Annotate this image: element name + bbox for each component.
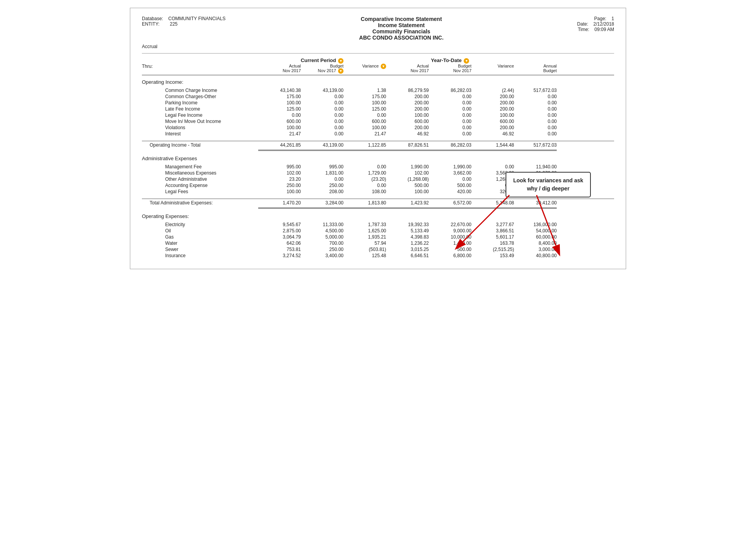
row-label: Electricity xyxy=(142,222,258,227)
budget-cp-value: 5,000.00 xyxy=(301,234,343,240)
actual-cp-value: 175.00 xyxy=(258,94,301,99)
row-label: Miscellaneous Expenses xyxy=(142,170,258,176)
budget-ytd-value: 0.00 xyxy=(429,119,471,124)
entity-value: 225 xyxy=(170,21,178,27)
annual-budget-value: 54,000.00 xyxy=(514,228,557,234)
database-line: Database: COMMUNITY FINANCIALS xyxy=(142,16,226,21)
variance-cp-value: 125.00 xyxy=(343,106,386,112)
variance-ytd-header: Variance xyxy=(471,64,514,74)
operating-expense-rows: Electricity 9,545.67 11,333.00 1,787.33 … xyxy=(142,221,614,261)
actual-ytd-value: 3,015.25 xyxy=(386,247,429,252)
budget-cp-value: 43,139.00 xyxy=(301,88,343,93)
header-divider xyxy=(142,53,614,54)
budget-ytd-value: 500.00 xyxy=(429,183,471,188)
budget-cp-value: 1,831.00 xyxy=(301,170,343,176)
actual-ytd-value: 6,646.51 xyxy=(386,253,429,258)
sort-icon-ytd[interactable]: ▼ xyxy=(464,58,469,64)
time-value: 09:09 AM xyxy=(594,27,614,32)
accrual-label: Accrual xyxy=(142,44,614,49)
actual-ytd-value: (1,268.08) xyxy=(386,176,429,182)
table-row: Late Fee Income 125.00 0.00 125.00 200.0… xyxy=(142,106,614,112)
col-sub-headers: Thru: Actual Nov 2017 Budget Nov 2017 ▼ … xyxy=(142,64,614,75)
actual-ytd-value: 500.00 xyxy=(386,183,429,188)
actual-cp-value: 21.47 xyxy=(258,131,301,137)
row-label: Legal Fee Income xyxy=(142,112,258,118)
sort-icon-variance-cp[interactable]: ▼ xyxy=(381,64,386,69)
table-row: Interest 21.47 0.00 21.47 46.92 0.00 46.… xyxy=(142,131,614,137)
actual-ytd-value: 1,236.22 xyxy=(386,240,429,246)
annual-budget-value: 0.00 xyxy=(514,94,557,99)
admin-total-actual-cp: 1,470.20 xyxy=(258,200,301,206)
annotation-callout: Look for variances and ask why / dig dee… xyxy=(506,172,591,197)
row-label: Management Fee xyxy=(142,164,258,170)
variance-ytd-value: 153.49 xyxy=(471,253,514,258)
oi-total-budget-ytd: 86,282.03 xyxy=(429,142,471,148)
budget-ytd-value: 0.00 xyxy=(429,100,471,106)
variance-cp-value: 600.00 xyxy=(343,119,386,124)
row-label: Insurance xyxy=(142,253,258,258)
sort-icon-budget-cp[interactable]: ▼ xyxy=(338,68,343,74)
thru-cell: Thru: xyxy=(142,64,258,74)
actual-ytd-value: 46.92 xyxy=(386,131,429,137)
annual-budget-value: 11,940.00 xyxy=(514,164,557,170)
variance-ytd-value: 200.00 xyxy=(471,125,514,130)
budget-ytd-value: 22,670.00 xyxy=(429,222,471,227)
admin-total-actual-ytd: 1,423.92 xyxy=(386,200,429,206)
actual-ytd-value: 102.00 xyxy=(386,170,429,176)
header-center: Comparative Income Statement Income Stat… xyxy=(359,16,444,41)
actual-cp-value: 100.00 xyxy=(258,125,301,130)
admin-total-variance-ytd: 5,148.08 xyxy=(471,200,514,206)
variance-ytd-value: 3,277.67 xyxy=(471,222,514,227)
page-line: Page: 1 xyxy=(577,16,614,21)
admin-expenses-section-label: Administrative Expenses xyxy=(142,156,614,161)
variance-ytd-value: 0.00 xyxy=(471,164,514,170)
actual-ytd-value: 200.00 xyxy=(386,100,429,106)
row-label: Parking Income xyxy=(142,100,258,106)
table-row: Electricity 9,545.67 11,333.00 1,787.33 … xyxy=(142,221,614,228)
row-label: Interest xyxy=(142,131,258,137)
budget-cp-value: 0.00 xyxy=(301,100,343,106)
budget-cp-value: 3,400.00 xyxy=(301,253,343,258)
annual-budget-value: 40,800.00 xyxy=(514,253,557,258)
date-line: Date: 2/12/2018 xyxy=(577,21,614,27)
report-page: Database: COMMUNITY FINANCIALS ENTITY: 2… xyxy=(130,8,626,269)
variance-ytd-value: 100.00 xyxy=(471,112,514,118)
actual-cp-value: 3,274.52 xyxy=(258,253,301,258)
actual-ytd-value: 19,392.33 xyxy=(386,222,429,227)
row-label: Other Administrative xyxy=(142,176,258,182)
annual-budget-header: Annual Budget xyxy=(514,64,557,74)
budget-cp-value: 250.00 xyxy=(301,183,343,188)
variance-cp-value: 57.94 xyxy=(343,240,386,246)
variance-cp-value: 175.00 xyxy=(343,94,386,99)
page-label: Page: xyxy=(594,16,606,21)
variance-cp-value: 1,935.21 xyxy=(343,234,386,240)
variance-ytd-value: 200.00 xyxy=(471,106,514,112)
admin-total-budget-ytd: 6,572.00 xyxy=(429,200,471,206)
budget-cp-value: 250.00 xyxy=(301,247,343,252)
budget-cp-value: 208.00 xyxy=(301,189,343,194)
variance-cp-value: 21.47 xyxy=(343,131,386,137)
budget-cp-value: 0.00 xyxy=(301,94,343,99)
table-row: Insurance 3,274.52 3,400.00 125.48 6,646… xyxy=(142,253,614,259)
budget-cp-value: 700.00 xyxy=(301,240,343,246)
annotation-text: Look for variances and ask why / dig dee… xyxy=(506,172,591,197)
oi-total-label: Operating Income - Total xyxy=(142,142,258,148)
variance-ytd-value: 200.00 xyxy=(471,94,514,99)
actual-cp-value: 23.20 xyxy=(258,176,301,182)
oi-total-budget-cp: 43,139.00 xyxy=(301,142,343,148)
table-row: Legal Fee Income 0.00 0.00 0.00 100.00 0… xyxy=(142,112,614,118)
row-label: Accounting Expense xyxy=(142,183,258,188)
oi-double-underline-row xyxy=(142,149,614,151)
variance-cp-header: Variance ▼ xyxy=(343,64,386,74)
admin-double-underline-row: Look for variances and ask why / dig dee… xyxy=(142,207,614,209)
annual-budget-header-spacer xyxy=(514,57,557,64)
admin-total-variance-cp: 1,813.80 xyxy=(343,200,386,206)
budget-ytd-value: 0.00 xyxy=(429,106,471,112)
budget-ytd-value: 1,400.00 xyxy=(429,240,471,246)
annual-budget-value: 0.00 xyxy=(514,119,557,124)
table-row: Gas 3,064.79 5,000.00 1,935.21 4,398.83 … xyxy=(142,234,614,240)
sort-icon-cp[interactable]: ▼ xyxy=(338,58,343,64)
actual-cp-header: Actual Nov 2017 xyxy=(258,64,301,74)
actual-ytd-value: 4,398.83 xyxy=(386,234,429,240)
row-label: Water xyxy=(142,240,258,246)
